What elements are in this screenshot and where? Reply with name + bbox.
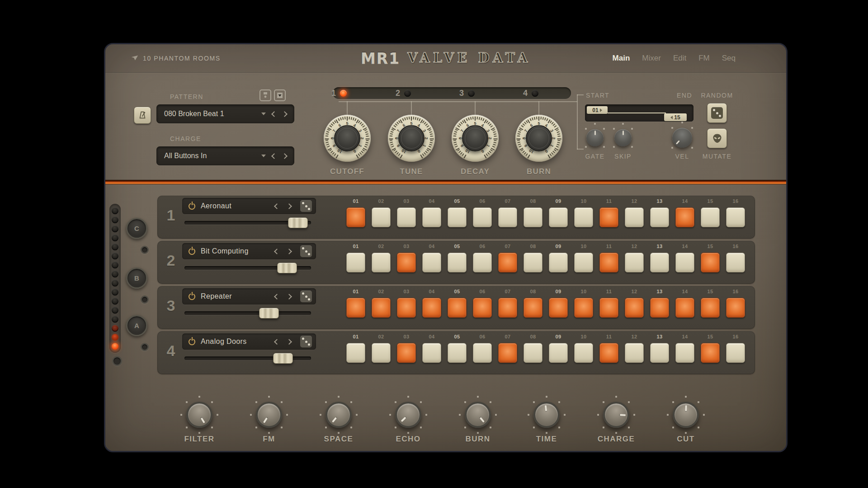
step-08-active[interactable] [524, 298, 542, 318]
dial-tune[interactable]: 109876543210 [388, 115, 435, 162]
random-sound-icon[interactable] [300, 245, 312, 257]
sound-prev-icon[interactable] [274, 339, 280, 345]
step-07[interactable] [498, 207, 517, 227]
step-02[interactable] [372, 253, 391, 272]
step-10-active[interactable] [574, 298, 593, 318]
random-sound-icon[interactable] [300, 291, 312, 302]
step-08[interactable] [524, 343, 542, 363]
step-11-active[interactable] [599, 298, 618, 318]
step-05[interactable] [448, 343, 467, 363]
gate-knob[interactable] [586, 129, 604, 146]
strip-mode-button[interactable] [112, 356, 122, 366]
start-marker[interactable]: 01 [587, 106, 608, 114]
nav-edit[interactable]: Edit [673, 54, 686, 63]
step-10[interactable] [574, 253, 593, 272]
sound-next-icon[interactable] [286, 249, 292, 254]
nav-main[interactable]: Main [613, 54, 630, 63]
sound-next-icon[interactable] [286, 203, 292, 209]
step-12[interactable] [625, 253, 644, 272]
dial-cap[interactable] [334, 125, 360, 151]
charge-next-icon[interactable] [282, 153, 288, 159]
charge-select[interactable]: All Buttons In [156, 146, 294, 165]
knob-body[interactable] [186, 402, 212, 428]
step-14[interactable] [675, 343, 694, 363]
dial-decay[interactable]: 109876543210 [452, 115, 499, 162]
step-11-active[interactable] [599, 207, 618, 227]
step-07-active[interactable] [498, 253, 517, 272]
step-12[interactable] [625, 343, 644, 363]
knob-body[interactable] [465, 402, 491, 428]
step-01-active[interactable] [346, 207, 365, 227]
step-13-active[interactable] [650, 298, 669, 318]
step-14-active[interactable] [675, 298, 694, 318]
group-select-b[interactable] [141, 296, 149, 304]
step-03-active[interactable] [397, 343, 416, 363]
sound-next-icon[interactable] [286, 339, 292, 345]
sound-name[interactable]: Repeater [201, 292, 269, 300]
step-15[interactable] [701, 207, 720, 227]
step-11-active[interactable] [599, 343, 618, 363]
group-button-c[interactable]: C [126, 218, 147, 239]
slider-handle[interactable] [273, 353, 293, 364]
step-02[interactable] [372, 207, 391, 227]
sound-prev-icon[interactable] [274, 249, 280, 254]
step-09-active[interactable] [549, 298, 568, 318]
step-04[interactable] [422, 253, 441, 272]
start-end-range[interactable]: 01 15 [585, 104, 693, 122]
dial-burn[interactable]: 109876543210 [515, 115, 562, 162]
skip-knob[interactable] [614, 129, 632, 146]
step-06[interactable] [473, 343, 492, 363]
save-pattern-button[interactable] [259, 89, 271, 101]
power-icon[interactable] [189, 248, 195, 255]
metronome-button[interactable] [134, 107, 151, 124]
step-11-active[interactable] [599, 253, 618, 272]
random-sound-icon[interactable] [300, 336, 312, 347]
step-01[interactable] [346, 343, 365, 363]
step-16[interactable] [726, 253, 745, 272]
slider-track[interactable] [184, 311, 311, 315]
knob-body[interactable] [673, 402, 699, 428]
step-15-active[interactable] [701, 253, 720, 272]
knob-body[interactable] [256, 402, 282, 428]
nav-mixer[interactable]: Mixer [642, 54, 661, 63]
random-button[interactable] [707, 103, 727, 123]
knob-body[interactable] [603, 402, 629, 428]
step-10[interactable] [574, 207, 593, 227]
step-12-active[interactable] [625, 298, 644, 318]
step-05[interactable] [448, 207, 467, 227]
sound-prev-icon[interactable] [274, 294, 280, 300]
step-04-active[interactable] [422, 298, 441, 318]
step-07-active[interactable] [498, 298, 517, 318]
step-07-active[interactable] [498, 343, 517, 363]
dial-cap[interactable] [526, 125, 552, 151]
step-05[interactable] [448, 253, 467, 272]
random-sound-icon[interactable] [300, 200, 312, 212]
step-09[interactable] [549, 253, 568, 272]
step-12[interactable] [625, 207, 644, 227]
step-01[interactable] [346, 253, 365, 272]
step-14[interactable] [675, 253, 694, 272]
step-16[interactable] [726, 207, 745, 227]
sound-next-icon[interactable] [286, 294, 292, 300]
knob-body[interactable] [533, 402, 560, 428]
knob-body[interactable] [395, 402, 421, 428]
step-03-active[interactable] [397, 298, 416, 318]
step-16-active[interactable] [726, 298, 745, 318]
pattern-select[interactable]: 080 Broken Beat 1 [156, 104, 294, 123]
step-04[interactable] [422, 207, 441, 227]
slider-handle[interactable] [277, 263, 297, 273]
step-15-active[interactable] [701, 343, 720, 363]
step-09[interactable] [549, 207, 568, 227]
step-02-active[interactable] [372, 298, 391, 318]
power-icon[interactable] [189, 203, 195, 210]
step-13[interactable] [650, 207, 669, 227]
group-button-b[interactable]: B [126, 267, 147, 289]
slider-handle[interactable] [288, 217, 308, 228]
sound-name[interactable]: Analog Doors [201, 338, 269, 346]
power-icon[interactable] [189, 338, 195, 345]
sound-prev-icon[interactable] [274, 203, 280, 209]
step-16[interactable] [726, 343, 745, 363]
nav-seq[interactable]: Seq [722, 54, 736, 63]
slider-handle[interactable] [259, 308, 279, 319]
step-08[interactable] [524, 253, 542, 272]
